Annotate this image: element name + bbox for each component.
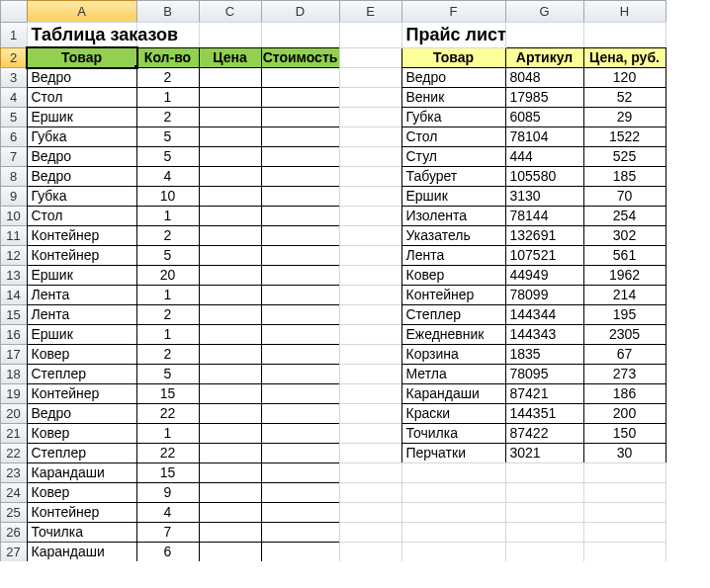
order-qty-27[interactable]: 6: [136, 542, 200, 562]
cell-e24[interactable]: [339, 482, 402, 503]
order-name-26[interactable]: Точилка: [27, 522, 137, 543]
cell-e19[interactable]: [339, 383, 402, 404]
row-header-12[interactable]: 12: [0, 245, 28, 266]
col-header-e[interactable]: E: [339, 0, 402, 23]
price-sku-9[interactable]: 3130: [505, 186, 584, 207]
price-sku-14[interactable]: 78099: [505, 285, 584, 305]
order-cost-19[interactable]: [261, 383, 340, 404]
order-price-24[interactable]: [199, 482, 262, 503]
orders-header-qty[interactable]: Кол-во: [136, 47, 200, 68]
cell-e6[interactable]: [339, 126, 402, 147]
order-price-16[interactable]: [199, 324, 262, 345]
order-qty-4[interactable]: 1: [136, 87, 200, 108]
order-price-11[interactable]: [199, 225, 262, 246]
row-header-14[interactable]: 14: [0, 285, 28, 305]
order-qty-10[interactable]: 1: [136, 206, 200, 226]
price-sku-11[interactable]: 132691: [505, 225, 584, 246]
price-val-7[interactable]: 525: [583, 146, 666, 167]
row-header-8[interactable]: 8: [0, 166, 28, 187]
order-price-10[interactable]: [199, 206, 262, 226]
row-header-10[interactable]: 10: [0, 206, 28, 226]
price-sku-19[interactable]: 87421: [505, 383, 584, 404]
order-price-3[interactable]: [199, 67, 262, 88]
order-price-9[interactable]: [199, 186, 262, 207]
row-header-15[interactable]: 15: [0, 304, 28, 325]
order-price-6[interactable]: [199, 126, 262, 147]
cell-h25[interactable]: [583, 502, 666, 523]
row-header-21[interactable]: 21: [0, 423, 28, 444]
order-cost-24[interactable]: [261, 482, 340, 503]
row-header-18[interactable]: 18: [0, 364, 28, 384]
order-cost-14[interactable]: [261, 285, 340, 305]
order-cost-27[interactable]: [261, 542, 340, 562]
price-sku-12[interactable]: 107521: [505, 245, 584, 266]
price-header-price[interactable]: Цена, руб.: [583, 47, 666, 68]
cell-e20[interactable]: [339, 403, 402, 424]
order-qty-8[interactable]: 4: [136, 166, 200, 187]
price-name-14[interactable]: Контейнер: [401, 285, 506, 305]
price-val-20[interactable]: 200: [583, 403, 666, 424]
order-price-13[interactable]: [199, 265, 262, 286]
cell-e14[interactable]: [339, 285, 402, 305]
price-val-16[interactable]: 2305: [583, 324, 666, 345]
row-header-4[interactable]: 4: [0, 87, 28, 108]
price-name-21[interactable]: Точилка: [401, 423, 506, 444]
order-name-23[interactable]: Карандаши: [27, 462, 137, 483]
cell-e21[interactable]: [339, 423, 402, 444]
order-cost-17[interactable]: [261, 344, 340, 365]
order-name-8[interactable]: Ведро: [27, 166, 137, 187]
order-qty-21[interactable]: 1: [136, 423, 200, 444]
cell-f23[interactable]: [401, 462, 506, 483]
price-val-6[interactable]: 1522: [583, 126, 666, 147]
cell-f27[interactable]: [401, 542, 506, 562]
price-name-11[interactable]: Указатель: [401, 225, 506, 246]
price-val-21[interactable]: 150: [583, 423, 666, 444]
order-name-5[interactable]: Ершик: [27, 107, 137, 127]
order-price-8[interactable]: [199, 166, 262, 187]
price-header-tovar[interactable]: Товар: [401, 47, 506, 68]
cell-e8[interactable]: [339, 166, 402, 187]
order-price-23[interactable]: [199, 462, 262, 483]
order-name-14[interactable]: Лента: [27, 285, 137, 305]
price-sku-15[interactable]: 144344: [505, 304, 584, 325]
price-sku-18[interactable]: 78095: [505, 364, 584, 384]
order-qty-6[interactable]: 5: [136, 126, 200, 147]
price-name-19[interactable]: Карандаши: [401, 383, 506, 404]
col-header-g[interactable]: G: [505, 0, 584, 23]
order-cost-20[interactable]: [261, 403, 340, 424]
price-title[interactable]: Прайс лист: [401, 22, 506, 48]
order-qty-9[interactable]: 10: [136, 186, 200, 207]
cell-f24[interactable]: [401, 482, 506, 503]
order-cost-3[interactable]: [261, 67, 340, 88]
row-header-17[interactable]: 17: [0, 344, 28, 365]
price-val-15[interactable]: 195: [583, 304, 666, 325]
row-header-20[interactable]: 20: [0, 403, 28, 424]
order-price-21[interactable]: [199, 423, 262, 444]
order-qty-7[interactable]: 5: [136, 146, 200, 167]
cell-c1[interactable]: [199, 22, 262, 48]
order-price-25[interactable]: [199, 502, 262, 523]
price-name-3[interactable]: Ведро: [401, 67, 506, 88]
price-sku-10[interactable]: 78144: [505, 206, 584, 226]
order-qty-19[interactable]: 15: [136, 383, 200, 404]
orders-title[interactable]: Таблица заказов: [27, 22, 137, 48]
order-name-13[interactable]: Ершик: [27, 265, 137, 286]
order-qty-11[interactable]: 2: [136, 225, 200, 246]
row-header-13[interactable]: 13: [0, 265, 28, 286]
order-name-25[interactable]: Контейнер: [27, 502, 137, 523]
price-sku-20[interactable]: 144351: [505, 403, 584, 424]
cell-e23[interactable]: [339, 462, 402, 483]
price-sku-13[interactable]: 44949: [505, 265, 584, 286]
price-sku-17[interactable]: 1835: [505, 344, 584, 365]
row-header-11[interactable]: 11: [0, 225, 28, 246]
cell-f25[interactable]: [401, 502, 506, 523]
cell-e2[interactable]: [339, 47, 402, 68]
order-qty-14[interactable]: 1: [136, 285, 200, 305]
cell-e10[interactable]: [339, 206, 402, 226]
price-val-5[interactable]: 29: [583, 107, 666, 127]
order-price-22[interactable]: [199, 443, 262, 463]
order-cost-15[interactable]: [261, 304, 340, 325]
order-name-6[interactable]: Губка: [27, 126, 137, 147]
order-name-20[interactable]: Ведро: [27, 403, 137, 424]
price-name-9[interactable]: Ершик: [401, 186, 506, 207]
